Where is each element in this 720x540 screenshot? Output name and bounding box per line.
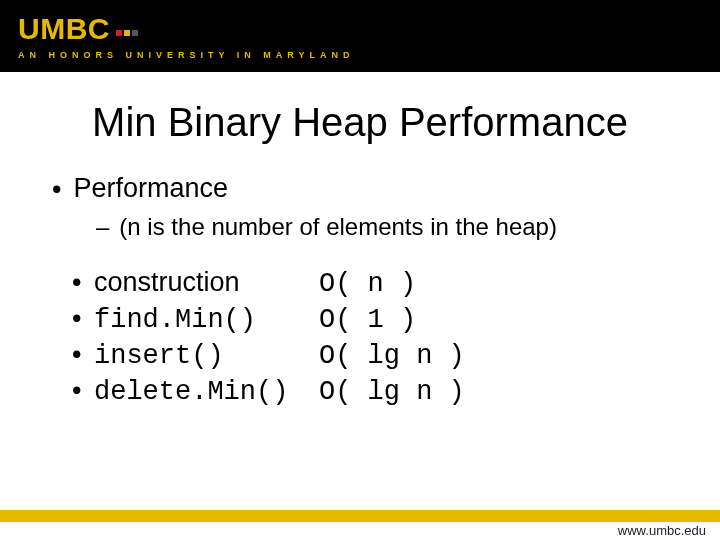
footer-url: www.umbc.edu (618, 523, 706, 538)
bullet-performance-text: Performance (73, 173, 228, 204)
square-dark-icon (132, 30, 138, 36)
logo-squares-icon (116, 30, 138, 36)
logo-text: UMBC (18, 12, 110, 46)
op-complexity: O( lg n ) (319, 341, 465, 371)
op-row: • delete.Min() O( lg n ) (72, 375, 668, 407)
op-complexity: O( lg n ) (319, 377, 465, 407)
bullet-dot-icon: • (72, 375, 94, 406)
dash-icon: – (96, 213, 109, 241)
bullet-n-definition-text: (n is the number of elements in the heap… (119, 213, 557, 241)
op-complexity: O( n ) (319, 269, 416, 299)
square-red-icon (116, 30, 122, 36)
op-row: • find.Min() O( 1 ) (72, 303, 668, 335)
operations-list: • construction O( n ) • find.Min() O( 1 … (72, 267, 668, 407)
op-row: • construction O( n ) (72, 267, 668, 299)
op-label: delete.Min() (94, 377, 319, 407)
header-bar: UMBC AN HONORS UNIVERSITY IN MARYLAND (0, 0, 720, 72)
bullet-dot-icon: • (72, 339, 94, 370)
footer-bar (0, 510, 720, 522)
slide-body: • Performance – (n is the number of elem… (0, 145, 720, 407)
op-complexity: O( 1 ) (319, 305, 416, 335)
slide: UMBC AN HONORS UNIVERSITY IN MARYLAND Mi… (0, 0, 720, 540)
logo: UMBC (18, 12, 720, 46)
bullet-dot-icon: • (52, 173, 61, 205)
op-row: • insert() O( lg n ) (72, 339, 668, 371)
op-label: insert() (94, 341, 319, 371)
bullet-dot-icon: • (72, 267, 94, 298)
bullet-dot-icon: • (72, 303, 94, 334)
bullet-performance: • Performance (52, 173, 668, 205)
header-tagline: AN HONORS UNIVERSITY IN MARYLAND (18, 50, 720, 60)
op-label: find.Min() (94, 305, 319, 335)
square-gold-icon (124, 30, 130, 36)
bullet-n-definition: – (n is the number of elements in the he… (96, 213, 668, 241)
slide-title: Min Binary Heap Performance (0, 100, 720, 145)
op-label: construction (94, 267, 319, 298)
